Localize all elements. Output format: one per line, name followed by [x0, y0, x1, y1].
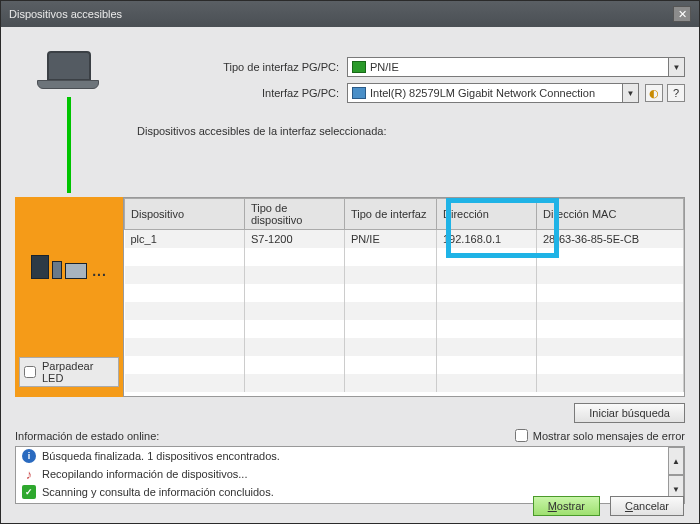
col-devtype[interactable]: Tipo de dispositivo [245, 199, 345, 230]
col-addr[interactable]: Dirección [437, 199, 537, 230]
check-icon: ✓ [22, 485, 36, 499]
laptop-icon [37, 51, 101, 95]
filter-errors-label: Mostrar solo mensajes de error [533, 430, 685, 442]
table-row[interactable]: plc_1 S7-1200 PN/IE 192.168.0.1 28-63-36… [125, 230, 684, 249]
chevron-down-icon[interactable]: ▼ [668, 58, 684, 76]
log-line: ♪ Recopilando información de dispositivo… [16, 465, 684, 483]
window-title: Dispositivos accesibles [9, 8, 122, 20]
cell-mac: 28-63-36-85-5E-CB [537, 230, 684, 249]
cell-devtype: S7-1200 [245, 230, 345, 249]
filter-errors-checkbox[interactable]: Mostrar solo mensajes de error [515, 429, 685, 442]
devices-table[interactable]: Dispositivo Tipo de dispositivo Tipo de … [123, 197, 685, 397]
scroll-up-icon[interactable]: ▲ [668, 447, 684, 475]
diagram-column [15, 37, 123, 193]
titlebar: Dispositivos accesibles ✕ [1, 1, 699, 27]
section-label: Dispositivos accesibles de la interfaz s… [137, 125, 685, 137]
filter-errors-input[interactable] [515, 429, 528, 442]
dialog-window: Dispositivos accesibles ✕ Tipo de interf… [0, 0, 700, 524]
log-line: i Búsqueda finalizada. 1 dispositivos en… [16, 447, 684, 465]
close-icon[interactable]: ✕ [673, 6, 691, 22]
pgpc-type-value: PN/IE [370, 61, 399, 73]
pgpc-if-select[interactable]: Intel(R) 82579LM Gigabit Network Connect… [347, 83, 639, 103]
cell-addr: 192.168.0.1 [437, 230, 537, 249]
log-text: Recopilando información de dispositivos.… [42, 468, 247, 480]
connection-line-icon [67, 97, 71, 193]
start-search-button[interactable]: Iniciar búsqueda [574, 403, 685, 423]
properties-icon[interactable]: ? [667, 84, 685, 102]
col-device[interactable]: Dispositivo [125, 199, 245, 230]
col-iftype[interactable]: Tipo de interfaz [345, 199, 437, 230]
chevron-down-icon[interactable]: ▼ [622, 84, 638, 102]
log-text: Scanning y consulta de información concl… [42, 486, 274, 498]
log-text: Búsqueda finalizada. 1 dispositivos enco… [42, 450, 280, 462]
status-header: Información de estado online: [15, 430, 159, 442]
blink-led-input[interactable] [24, 366, 36, 378]
info-icon: i [22, 449, 36, 463]
pg-icon [352, 61, 366, 73]
nic-icon [352, 87, 366, 99]
col-mac[interactable]: Dirección MAC [537, 199, 684, 230]
cancel-button[interactable]: Cancelar [610, 496, 684, 516]
pgpc-type-select[interactable]: PN/IE ▼ [347, 57, 685, 77]
pgpc-type-label: Tipo de interfaz PG/PC: [137, 61, 347, 73]
devices-icon: ... [31, 255, 107, 279]
pgpc-if-label: Interfaz PG/PC: [137, 87, 347, 99]
cell-device: plc_1 [125, 230, 245, 249]
device-preview-panel: ... Parpadear LED [15, 197, 123, 397]
blink-led-label: Parpadear LED [42, 360, 114, 384]
progress-icon: ♪ [22, 467, 36, 481]
refresh-icon[interactable]: ◐ [645, 84, 663, 102]
cell-iftype: PN/IE [345, 230, 437, 249]
blink-led-checkbox[interactable]: Parpadear LED [19, 357, 119, 387]
show-button[interactable]: Mostrar [533, 496, 600, 516]
pgpc-if-value: Intel(R) 82579LM Gigabit Network Connect… [370, 87, 595, 99]
